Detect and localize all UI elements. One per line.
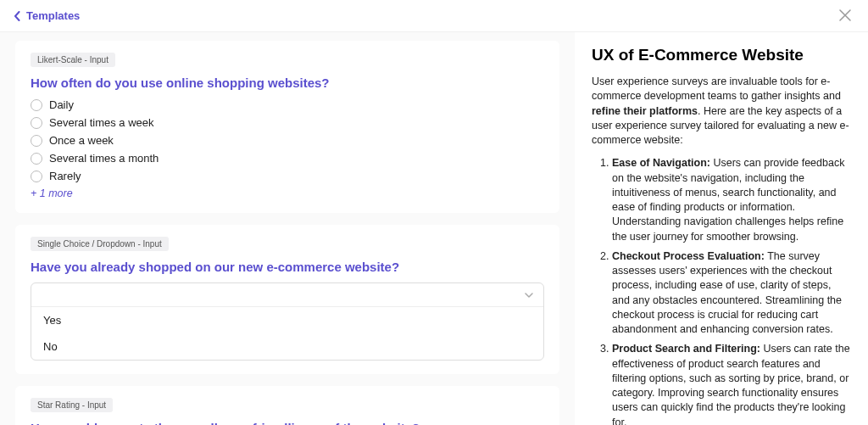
radio-icon — [31, 117, 42, 129]
option-label: Once a week — [49, 134, 114, 147]
dropdown-option[interactable]: No — [31, 333, 543, 360]
back-to-templates[interactable]: Templates — [14, 9, 80, 22]
radio-icon — [31, 99, 42, 111]
radio-option[interactable]: Rarely — [31, 170, 544, 182]
survey-preview-pane: Likert-Scale - Input How often do you us… — [0, 32, 575, 425]
dropdown-option[interactable]: Yes — [31, 307, 543, 333]
radio-option[interactable]: Several times a month — [31, 152, 544, 165]
radio-icon — [31, 153, 42, 165]
question-text: Have you already shopped on our new e-co… — [31, 260, 544, 274]
question-card-dropdown: Single Choice / Dropdown - Input Have yo… — [15, 225, 559, 374]
question-card-star: Star Rating - Input How would you rate t… — [15, 386, 559, 425]
type-chip: Single Choice / Dropdown - Input — [31, 237, 169, 251]
dropdown-container: Yes No — [31, 282, 544, 361]
back-label: Templates — [26, 9, 80, 22]
close-button[interactable] — [836, 5, 854, 27]
feature-item: Product Search and Filtering: Users can … — [612, 342, 851, 425]
question-text: How would you rate the overall user-frie… — [31, 421, 544, 425]
question-card-likert: Likert-Scale - Input How often do you us… — [15, 41, 559, 213]
template-description-panel: UX of E-Commerce Website User experience… — [575, 32, 868, 425]
intro-bold: refine their platforms — [592, 105, 698, 117]
question-text: How often do you use online shopping web… — [31, 75, 544, 90]
dropdown-toggle[interactable] — [31, 283, 543, 307]
radio-option[interactable]: Once a week — [31, 134, 544, 147]
header-bar: Templates — [0, 0, 868, 32]
template-intro: User experience surveys are invaluable t… — [592, 75, 851, 148]
option-label: Rarely — [49, 170, 81, 182]
feature-list: Ease of Navigation: Users can provide fe… — [592, 156, 851, 425]
radio-icon — [31, 171, 42, 182]
intro-text: User experience surveys are invaluable t… — [592, 75, 841, 102]
chevron-down-icon — [525, 291, 533, 299]
close-icon — [839, 9, 851, 21]
chevron-left-icon — [14, 11, 21, 21]
option-label: Several times a month — [49, 152, 159, 165]
option-label: Several times a week — [49, 116, 154, 129]
type-chip: Likert-Scale - Input — [31, 53, 115, 67]
radio-icon — [31, 135, 42, 147]
feature-item: Checkout Process Evaluation: The survey … — [612, 249, 851, 338]
radio-option[interactable]: Several times a week — [31, 116, 544, 129]
option-label: Daily — [49, 98, 74, 111]
radio-option[interactable]: Daily — [31, 98, 544, 111]
more-options-link[interactable]: + 1 more — [31, 187, 544, 199]
feature-item: Ease of Navigation: Users can provide fe… — [612, 156, 851, 244]
type-chip: Star Rating - Input — [31, 398, 113, 412]
template-title: UX of E-Commerce Website — [592, 44, 851, 66]
